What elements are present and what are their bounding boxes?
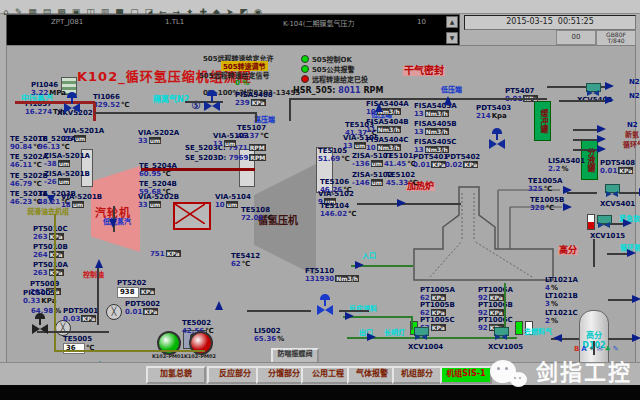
process-label: 干气密封: [403, 66, 445, 76]
status-light-row-0: 505控制OK: [301, 54, 368, 64]
buffer-tank[interactable]: 缓冲罐: [534, 101, 551, 141]
nav-button[interactable]: 机组部分: [392, 366, 442, 384]
flow-arrow-icon: [355, 261, 364, 269]
status-lights: 505控制OK505公共报警远程转速给定已投: [301, 54, 368, 84]
flow-arrow-icon: [397, 199, 406, 207]
process-label: 去燃料气: [524, 329, 552, 336]
status-light-row-2: 远程转速给定已投: [301, 74, 368, 84]
instrument-tag-zisa-5102: ZISA-5102-146um: [352, 171, 393, 188]
flow-arrow-icon: [632, 334, 640, 342]
process-label: Ⓢ: [192, 102, 200, 110]
status-cell-right-bottom: T/840: [597, 38, 635, 44]
turbine-trip-valve[interactable]: [204, 94, 222, 112]
valve-right-icon: [325, 305, 333, 315]
scroll-up-icon[interactable]: ▲: [446, 16, 458, 28]
clock-date: 2015-03-15: [506, 17, 553, 26]
instrument-tag-via-5103: VIA-510313um: [213, 132, 249, 149]
instrument-tag-fisa5404a: FISA5404A10Nm3/h: [366, 100, 409, 117]
instrument-tag-fisa5404c: FISA5404C10Nm3/h: [366, 136, 408, 153]
pipe: [504, 283, 506, 333]
alarm-text-center: 1.TL1: [165, 18, 184, 26]
pipe: [97, 263, 99, 325]
instrument-tag-zisa-5201a: ZISA-5201A-38um: [44, 152, 90, 169]
valve-xcv1015[interactable]: [596, 215, 612, 228]
process-label: 控制油: [83, 272, 104, 279]
valve-left-icon: [317, 305, 325, 315]
nav-button[interactable]: 反应部分: [207, 366, 263, 384]
flow-arrow-icon: [632, 295, 640, 303]
flow-arrow-icon: [563, 186, 572, 194]
valve-left-icon: [32, 324, 40, 334]
instrument-tag-te-5202b: TE_5202B46.79℃: [10, 172, 48, 189]
flow-arrow-icon: [563, 203, 572, 211]
pipe: [15, 101, 95, 104]
valve-body-icon: [612, 191, 618, 197]
valve-body-icon: [421, 334, 427, 340]
flow-arrow-icon: [367, 333, 376, 341]
flow-arrow-icon: [47, 195, 55, 204]
valve-dome-icon: [35, 313, 45, 319]
instrument-tag-pdt5401: PDT54010.01KPa: [413, 153, 448, 170]
pipe: [573, 149, 599, 151]
watermark-badge-icon: ♣: [605, 345, 611, 353]
watermark-badge-icons: BA✦✉♣✎: [572, 345, 619, 353]
speed-signal-percent: 0 %: [235, 79, 249, 87]
process-label: 润滑油去机组: [27, 209, 69, 216]
instrument-tag-ti1066: TI1066329.52℃: [93, 93, 130, 110]
scroll-down-icon[interactable]: ▼: [446, 32, 458, 44]
instrument-tag-pt5407: PT54070.01KPa: [505, 87, 538, 104]
process-label: 长明灯: [384, 330, 405, 337]
pipe: [55, 350, 205, 352]
valve-xcv1005[interactable]: [493, 327, 509, 340]
valve-right-icon: [72, 103, 80, 113]
antisurge-valve[interactable]: [317, 298, 335, 316]
nav-button[interactable]: 气体报警: [347, 366, 397, 384]
valve-left-icon: [64, 103, 72, 113]
process-label: 入口: [362, 253, 376, 260]
pipe: [255, 112, 257, 122]
pump-label: K102-PM02: [184, 353, 216, 359]
valve-xcv5402[interactable]: [585, 83, 601, 96]
instrument-tag-se-5203d: SE_5203D: 7969RPM: [185, 154, 266, 162]
watermark-badge-icon: ✦: [589, 345, 595, 353]
flow-arrow-icon: [605, 96, 614, 104]
valve-stem-icon: [71, 98, 73, 104]
pipe: [95, 112, 255, 114]
watermark-text: 剑指工控: [536, 354, 632, 386]
valve-stem-icon: [324, 300, 326, 306]
toolbar: ⌂✎▦▤▩▣◫▥■▢◪←→✦✚◆➤◩◉: [0, 0, 640, 14]
pipe: [289, 98, 291, 121]
valve-xkv5202[interactable]: [64, 96, 82, 114]
pdt5002-instrument-icon[interactable]: ╳: [106, 304, 122, 320]
alarm-banner[interactable]: ZPT_J081 1.TL1 K-104(二期膜氢气压力 10 ▲ ▼: [6, 14, 460, 46]
process-label: N2: [627, 122, 638, 129]
pipe: [608, 338, 634, 340]
valve-pic5005[interactable]: [32, 317, 50, 335]
valve-body-icon: [501, 334, 507, 340]
instrument-tag-pt5010c: PT5010C263KPa: [33, 225, 68, 242]
instrument-tag-via-5202a: VIA-5202A33um: [138, 129, 179, 146]
alarm-text-left: ZPT_J081: [51, 18, 83, 26]
instrument-tag-pi1046: PI10463.22MPa: [31, 81, 66, 98]
valve-pdt5403[interactable]: [489, 132, 507, 150]
alarm-text-value: 10: [417, 18, 426, 26]
instrument-tag-ft5110: FT5110131930Nm3/h: [305, 267, 359, 284]
instrument-value: 751KPa: [150, 250, 181, 258]
flow-arrow-icon: [597, 145, 606, 153]
nav-button[interactable]: 加氢总貌: [146, 366, 206, 384]
flow-arrow-icon: [623, 219, 632, 227]
instrument-tag-lisa5401: LISA54012.2%: [548, 157, 585, 174]
flow-arrow-icon: [627, 249, 636, 257]
hmi-screen: ⌂✎▦▤▩▣◫▥■▢◪←→✦✚◆➤◩◉ ZPT_J081 1.TL1 K-104…: [0, 0, 640, 400]
instrument-tag-te-5201a: TE_5201A96.13℃: [38, 135, 76, 152]
pipe: [247, 310, 311, 312]
instrument-tag-fisa5404b: FISA5404B11Nm3/h: [366, 118, 409, 135]
valve-xcv1004[interactable]: [413, 327, 429, 340]
instrument-tag-te1005a: TE1005A325℃: [528, 177, 562, 194]
alarm-text-right: K-104(二期膜氢气压力: [283, 18, 354, 28]
instrument-tag-xcv5401: XCV5401: [600, 200, 635, 208]
valve-xcv5401[interactable]: [604, 184, 620, 197]
status-light-dot: [301, 75, 309, 83]
instrument-tag-pdt5408: PDT54080.01KPa: [600, 159, 635, 176]
hsr-speed-readout: HSR_505: 8011 RPM: [293, 86, 383, 95]
